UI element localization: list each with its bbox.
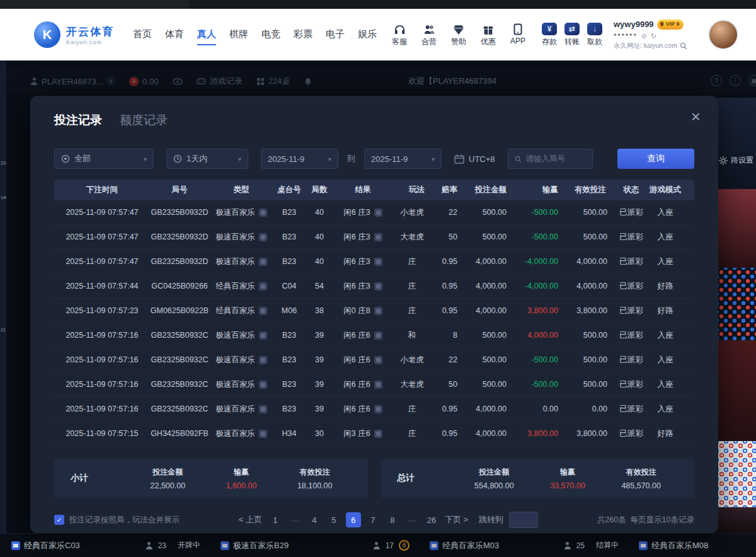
nav-slots[interactable]: 电子 <box>326 25 345 45</box>
result-cards-icon[interactable] <box>374 307 382 315</box>
round-search-input[interactable] <box>525 154 585 163</box>
app-download-link[interactable]: APP <box>507 23 529 47</box>
table-row: 2025-11-09 07:57:16 GB2325B0932C 极速百家乐 B… <box>54 397 694 422</box>
game-info-icon[interactable] <box>259 307 267 315</box>
subtotal-bet: 22,500.00 <box>131 481 205 490</box>
cell-table-number: B23 <box>282 331 296 340</box>
query-button[interactable]: 查询 <box>617 149 694 169</box>
refresh-icon[interactable]: ↻ <box>651 31 656 42</box>
withdraw-icon: ↓ <box>587 23 602 35</box>
game-info-icon[interactable] <box>259 209 267 217</box>
road-settings-button[interactable]: 路设置 <box>719 155 753 166</box>
result-cards-icon[interactable] <box>374 356 382 364</box>
page-number[interactable]: 7 <box>365 512 381 527</box>
cell-round-id: GB2325B0932C <box>151 355 208 364</box>
nav-home[interactable]: 首页 <box>133 25 152 45</box>
tab-quota-records[interactable]: 额度记录 <box>120 112 168 132</box>
user-avatar[interactable] <box>708 20 738 50</box>
pagination: < 上页 1···45678···26 下页 > 跳转到 <box>239 512 538 528</box>
gear-icon <box>719 156 728 165</box>
game-category-select[interactable]: 全部 ▾ <box>54 149 154 169</box>
game-info-icon[interactable] <box>259 258 267 266</box>
result-cards-icon[interactable] <box>374 258 382 266</box>
result-cards-icon[interactable] <box>374 209 382 217</box>
cell-play-type: 庄 <box>408 306 416 316</box>
cell-round-id: GB2325B0932D <box>151 257 208 266</box>
cell-odds: 8 <box>453 331 465 340</box>
nav-sports[interactable]: 体育 <box>165 25 184 45</box>
dealer-video <box>717 507 756 534</box>
nav-entertainment[interactable]: 娱乐 <box>358 25 377 45</box>
calendar-icon <box>454 154 464 164</box>
site-logo[interactable]: K 开云体育 Kaiyun.com <box>34 21 114 48</box>
result-cards-icon[interactable] <box>374 233 382 241</box>
headset-icon <box>394 23 406 35</box>
cell-odds: 0.95 <box>442 429 465 438</box>
logo-icon: K <box>34 21 60 48</box>
search-icon[interactable] <box>680 42 687 50</box>
page-number[interactable]: 6 <box>346 512 361 527</box>
prev-page-button[interactable]: < 上页 <box>239 514 262 525</box>
dealer-video <box>717 189 756 268</box>
page-number[interactable]: 5 <box>326 512 341 527</box>
date-to-select[interactable]: 2025-11-9 ▾ <box>364 149 442 169</box>
table-card-header[interactable]: 极速百家乐B29 17 8 <box>209 540 418 551</box>
cell-round-number: 40 <box>315 257 324 266</box>
game-info-icon[interactable] <box>259 381 267 389</box>
video-thumbnail <box>717 98 756 189</box>
game-info-icon[interactable] <box>259 430 267 438</box>
customer-service-link[interactable]: 客服 <box>388 23 411 47</box>
page-number[interactable]: 26 <box>424 512 439 527</box>
sponsorship-link[interactable]: 赞助 <box>447 23 470 47</box>
result-cards-icon[interactable] <box>374 381 382 389</box>
game-info-icon[interactable] <box>259 331 267 340</box>
partnership-link[interactable]: 合营 <box>418 23 440 47</box>
page-number: ··· <box>404 512 420 527</box>
cell-game-type: 极速百家乐 <box>215 404 267 415</box>
date-from-select[interactable]: 2025-11-9 ▾ <box>261 149 338 169</box>
transfer-button[interactable]: ⇄ 转账 <box>564 23 580 47</box>
table-card-header[interactable]: 经典百家乐C03 23 开牌中 <box>0 540 209 551</box>
table-card-header[interactable]: 经典百家乐M03 25 结算中 <box>418 540 627 551</box>
page-number[interactable]: 8 <box>385 512 400 527</box>
cell-bet-amount: 500.00 <box>483 355 514 364</box>
cell-table-number: M06 <box>282 306 297 315</box>
table-row: 2025-11-09 07:57:47 GB2325B0932D 极速百家乐 B… <box>54 225 694 250</box>
result-cards-icon[interactable] <box>374 430 382 438</box>
page-number[interactable]: 1 <box>268 512 283 527</box>
eye-off-icon[interactable]: ⊘ <box>641 31 647 42</box>
result-cards-icon[interactable] <box>374 405 382 413</box>
cell-play-type: 大老虎 <box>400 379 424 390</box>
table-card-header[interactable]: 经典百家乐M08 <box>627 540 717 551</box>
result-cards-icon[interactable] <box>374 282 382 290</box>
promotions-link[interactable]: 优惠 <box>477 23 500 47</box>
game-info-icon[interactable] <box>259 356 267 364</box>
partners-icon <box>423 23 435 35</box>
nav-lottery[interactable]: 彩票 <box>294 25 312 45</box>
deposit-button[interactable]: ¥ 存款 <box>542 23 557 47</box>
nav-board-games[interactable]: 棋牌 <box>229 25 248 45</box>
cell-game-mode: 入座 <box>658 404 673 415</box>
nav-live-casino[interactable]: 真人 <box>197 25 216 45</box>
merge-checkbox[interactable] <box>54 515 64 525</box>
chevron-down-icon: ▾ <box>238 156 241 163</box>
game-info-icon[interactable] <box>259 282 267 290</box>
records-table-header: 下注时间局号类型桌台号局数结果玩法赔率投注金额输赢有效投注状态游戏模式 <box>54 180 694 200</box>
table-status: 开牌中 <box>178 540 200 551</box>
tab-bet-records[interactable]: 投注记录 <box>54 112 102 132</box>
withdraw-button[interactable]: ↓ 取款 <box>587 23 602 47</box>
game-info-icon[interactable] <box>259 405 267 413</box>
result-cards-icon[interactable] <box>374 331 382 340</box>
game-info-icon[interactable] <box>259 233 267 241</box>
next-page-button[interactable]: 下页 > <box>445 514 468 525</box>
nav-esports[interactable]: 电竞 <box>261 25 280 45</box>
cell-bet-amount: 500.00 <box>483 233 514 241</box>
cell-win-loss: -500.00 <box>532 233 566 241</box>
filter-row: 全部 ▾ 1天内 ▾ 2025-11-9 ▾ 到 2025-11-9 ▾ UTC… <box>54 149 694 169</box>
page-number[interactable]: 4 <box>307 512 322 527</box>
user-info-block[interactable]: wywy9999 ♛VIP 9 ****** ⊘ ↻ 永久网址: kaiyun.… <box>614 18 701 51</box>
cell-valid-bet: 500.00 <box>583 380 615 389</box>
jump-page-input[interactable] <box>509 512 538 528</box>
close-icon[interactable]: × <box>691 108 701 125</box>
time-range-select[interactable]: 1天内 ▾ <box>166 149 248 169</box>
